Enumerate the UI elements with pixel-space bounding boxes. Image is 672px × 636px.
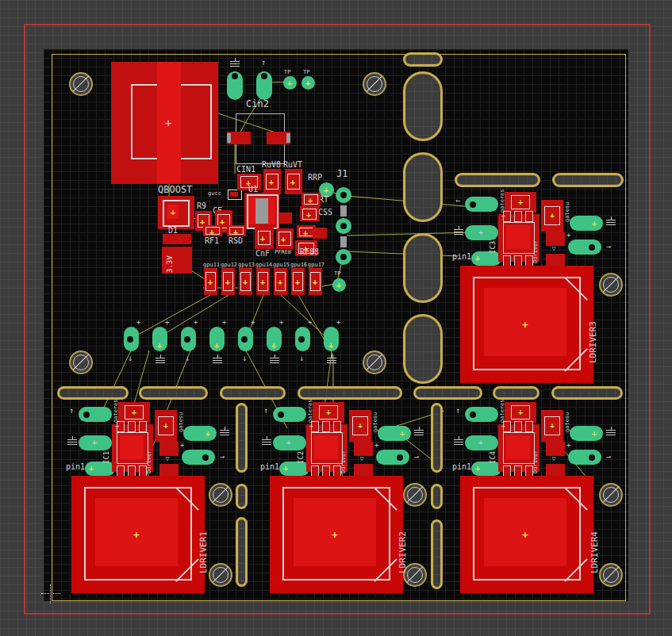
through-pad[interactable] (568, 450, 601, 465)
boost-inductor-pad[interactable] (111, 62, 218, 184)
mounting-hole[interactable] (363, 72, 386, 96)
ldriver-pad[interactable] (270, 476, 403, 593)
gate-part[interactable] (313, 402, 344, 423)
driver-module-ic4[interactable]: pin1 gateres gatesu IC4 Ddriver (454, 400, 612, 599)
slot-cutout[interactable] (57, 386, 129, 400)
slot-cutout[interactable] (236, 484, 248, 509)
through-pad[interactable] (183, 426, 217, 441)
j1-pad[interactable] (336, 187, 351, 203)
slot-cutout[interactable] (139, 386, 208, 400)
driver-module-ic2[interactable]: pin1 gateres gatesu IC2 Ddriver (262, 400, 420, 599)
slot-cutout[interactable] (403, 152, 443, 222)
gate-resistor[interactable] (239, 268, 252, 295)
through-pad[interactable] (273, 407, 306, 422)
slot-cutout[interactable] (236, 517, 248, 587)
through-pad[interactable] (465, 197, 498, 212)
diode-pad[interactable] (546, 232, 565, 246)
ldriver-pad[interactable] (71, 476, 205, 593)
through-pad[interactable] (238, 327, 253, 351)
gate-part[interactable] (505, 192, 536, 213)
through-pad[interactable] (465, 407, 498, 422)
through-pad[interactable] (570, 426, 603, 441)
rf1-part[interactable] (203, 225, 222, 236)
slot-cutout[interactable] (298, 386, 402, 400)
slot-cutout[interactable] (403, 71, 443, 141)
through-pad[interactable] (324, 327, 339, 351)
cnf-part[interactable] (255, 227, 274, 249)
through-pad[interactable] (267, 327, 282, 351)
driver-module-ic1[interactable]: pin1 gateres gatesu IC1 Ddriver (67, 400, 226, 599)
through-pad[interactable] (376, 450, 409, 465)
cin2-pad[interactable] (267, 132, 290, 144)
through-pad[interactable] (378, 426, 411, 441)
qboost-part[interactable] (158, 196, 194, 229)
mounting-hole[interactable] (363, 351, 386, 374)
mounting-hole[interactable] (69, 72, 93, 96)
css-part[interactable] (300, 206, 319, 221)
diode-pad[interactable] (354, 442, 373, 456)
slot-cutout[interactable] (431, 403, 443, 473)
through-pad[interactable] (79, 407, 112, 422)
gpu-label: gpu13 (238, 262, 255, 268)
j1-body (340, 236, 347, 247)
j1-pad[interactable] (336, 218, 351, 234)
u1-ic[interactable] (244, 193, 279, 229)
slot-cutout[interactable] (403, 314, 443, 384)
d1-pad[interactable] (163, 234, 191, 244)
gate-resistor[interactable] (256, 268, 270, 295)
slot-cutout[interactable] (403, 233, 443, 303)
through-pad[interactable] (568, 239, 601, 255)
mounting-hole[interactable] (69, 351, 93, 374)
j1-pad[interactable] (336, 249, 351, 265)
driver-module-ic3[interactable]: pin1 gateres gatesu IC3 Ddriver (454, 190, 612, 389)
gate-part[interactable] (349, 410, 371, 442)
through-pad[interactable] (227, 71, 243, 100)
through-pad[interactable] (182, 450, 215, 465)
through-pad[interactable] (181, 327, 196, 351)
slot-cutout[interactable] (220, 386, 286, 400)
rsd-part[interactable] (227, 225, 246, 236)
ldriver-pad[interactable] (460, 476, 593, 593)
cin2-pad[interactable] (227, 132, 251, 144)
ldriver-pad[interactable] (460, 266, 593, 383)
diode-pad[interactable] (546, 464, 565, 477)
gate-resistor[interactable] (291, 268, 305, 295)
slot-cutout[interactable] (236, 403, 248, 473)
gate-part[interactable] (505, 402, 536, 423)
gate-part[interactable] (541, 200, 563, 232)
gvcc-part[interactable] (228, 190, 242, 200)
through-pad[interactable] (256, 71, 272, 100)
gate-part[interactable] (541, 410, 563, 442)
slot-cutout[interactable] (431, 519, 443, 589)
through-pad[interactable] (124, 327, 139, 351)
through-pad[interactable] (209, 327, 225, 351)
gate-resistor[interactable] (309, 268, 322, 295)
ruv8-part[interactable] (263, 169, 281, 194)
gate-resistor[interactable] (274, 268, 287, 295)
through-pad[interactable] (295, 327, 310, 351)
testpoint-pad[interactable] (301, 76, 315, 90)
testpoint-pad[interactable] (332, 278, 346, 292)
through-pad[interactable] (570, 216, 603, 231)
through-pad[interactable] (152, 327, 167, 351)
gate-resistor[interactable] (204, 268, 217, 295)
small-part[interactable] (313, 228, 327, 239)
diode-pad[interactable] (546, 254, 565, 266)
slot-cutout[interactable] (403, 52, 443, 67)
gate-resistor[interactable] (221, 268, 235, 295)
diode-pad[interactable] (546, 442, 565, 456)
slot-cutout[interactable] (455, 173, 540, 187)
gate-part[interactable] (118, 402, 150, 423)
diode-pad[interactable] (159, 442, 179, 456)
gate-part[interactable] (155, 410, 177, 442)
slot-cutout[interactable] (431, 484, 443, 509)
testpoint-pad[interactable] (283, 76, 297, 90)
rt-part[interactable] (301, 193, 321, 206)
diode-pad[interactable] (354, 464, 373, 477)
diode-pad[interactable] (159, 464, 179, 477)
small-part[interactable] (279, 213, 292, 224)
pfre8-part[interactable] (276, 228, 294, 249)
ruvt-part[interactable] (285, 169, 302, 194)
slot-cutout[interactable] (552, 173, 624, 187)
pcb-editor-canvas[interactable]: TP TP Cin2 gvcc CIN1 RuV8 RuVT U1 RRP J1… (0, 0, 672, 636)
